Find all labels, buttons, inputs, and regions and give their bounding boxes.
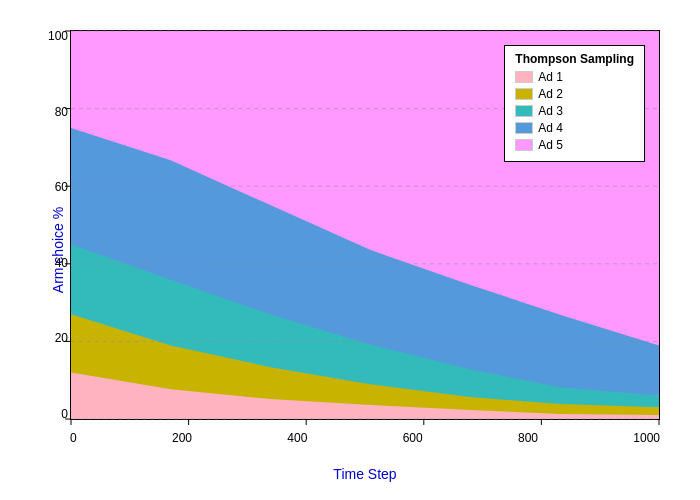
legend-label-ad4: Ad 4	[538, 121, 563, 135]
y-tick-0: 0	[61, 408, 68, 420]
y-tick-labels: 100 80 60 40 20 0	[40, 30, 68, 420]
legend-title: Thompson Sampling	[515, 52, 634, 66]
x-tick-labels: 0 200 400 600 800 1000	[70, 431, 660, 445]
legend-label-ad3: Ad 3	[538, 104, 563, 118]
x-tick-800: 800	[518, 431, 538, 445]
y-tick-60: 60	[55, 181, 68, 193]
legend-item-ad1: Ad 1	[515, 70, 634, 84]
legend-item-ad4: Ad 4	[515, 121, 634, 135]
x-tick-200: 200	[172, 431, 192, 445]
legend-color-ad4	[515, 122, 533, 134]
x-tick-1000: 1000	[633, 431, 660, 445]
legend-color-ad5	[515, 139, 533, 151]
legend-item-ad5: Ad 5	[515, 138, 634, 152]
legend-color-ad3	[515, 105, 533, 117]
x-tick-400: 400	[287, 431, 307, 445]
x-tick-600: 600	[403, 431, 423, 445]
y-tick-100: 100	[48, 30, 68, 42]
x-axis-label: Time Step	[70, 466, 660, 482]
legend-color-ad2	[515, 88, 533, 100]
legend-item-ad2: Ad 2	[515, 87, 634, 101]
legend-label-ad5: Ad 5	[538, 138, 563, 152]
legend-label-ad1: Ad 1	[538, 70, 563, 84]
x-tick-0: 0	[70, 431, 77, 445]
legend-color-ad1	[515, 71, 533, 83]
y-tick-20: 20	[55, 332, 68, 344]
y-tick-80: 80	[55, 106, 68, 118]
y-tick-40: 40	[55, 257, 68, 269]
legend: Thompson Sampling Ad 1 Ad 2 Ad 3 Ad 4 Ad…	[504, 45, 645, 162]
legend-item-ad3: Ad 3	[515, 104, 634, 118]
legend-label-ad2: Ad 2	[538, 87, 563, 101]
chart-container: Arm choice % 100 80 60 40 20 0	[10, 10, 690, 490]
